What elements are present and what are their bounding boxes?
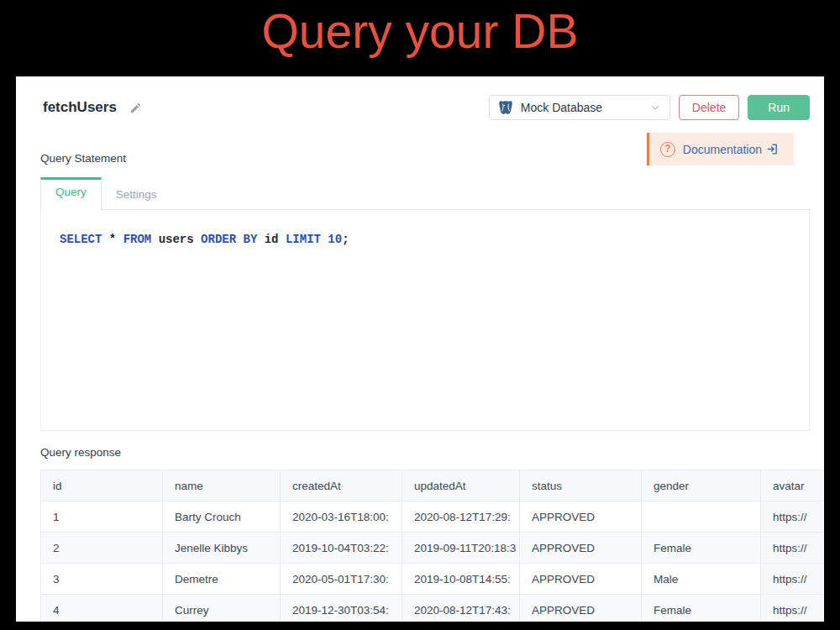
- table-cell: 2020-08-12T17:43:: [402, 595, 520, 622]
- table-cell: 2019-10-04T03:22:: [281, 533, 402, 564]
- table-cell: Jenelle Kibbys: [163, 533, 281, 564]
- sql-token: *: [102, 233, 123, 246]
- table-cell: Female: [642, 595, 761, 622]
- table-cell: Currey: [163, 595, 281, 622]
- column-header-avatar: avatar: [761, 470, 825, 501]
- sql-token: id: [265, 233, 279, 246]
- table-cell: https://: [761, 564, 825, 595]
- documentation-label: Documentation: [683, 143, 762, 156]
- question-circle-icon: ?: [660, 142, 675, 157]
- page-title: Query your DB: [0, 3, 840, 59]
- table-cell: Female: [642, 533, 761, 564]
- sql-token: 10: [328, 233, 342, 246]
- table-cell: 2020-03-16T18:00:: [281, 501, 402, 533]
- sql-token: users: [159, 233, 194, 246]
- table-cell: Barty Crouch: [163, 501, 281, 533]
- sql-editor[interactable]: SELECT * FROM users ORDER BY id LIMIT 10…: [40, 210, 810, 431]
- table-header-row: idnamecreatedAtupdatedAtstatusgenderavat…: [41, 470, 825, 501]
- query-name: fetchUsers: [43, 99, 117, 116]
- query-controls: Mock Database Delete Run: [489, 95, 810, 120]
- documentation-banner: ? Documentation: [647, 133, 794, 165]
- table-body: 1Barty Crouch2020-03-16T18:00:2020-08-12…: [41, 501, 825, 622]
- table-cell: Male: [642, 564, 761, 595]
- table-cell: https://: [761, 501, 825, 533]
- response-label: Query response: [40, 446, 810, 459]
- column-header-id: id: [41, 470, 163, 501]
- table-cell: 2020-05-01T17:30:: [281, 564, 402, 595]
- table-row: 2Jenelle Kibbys2019-10-04T03:22:2019-09-…: [41, 533, 825, 564]
- chevron-down-icon: [649, 102, 661, 113]
- table-cell: APPROVED: [520, 564, 642, 595]
- table-cell: Demetre: [163, 564, 281, 595]
- table-cell: 2019-09-11T20:18:3: [402, 533, 520, 564]
- table-row: 1Barty Crouch2020-03-16T18:00:2020-08-12…: [41, 501, 825, 533]
- table-row: 4Currey2019-12-30T03:54:2020-08-12T17:43…: [41, 595, 825, 622]
- sql-token: ;: [342, 233, 349, 246]
- sql-token: [236, 233, 243, 246]
- sql-token: [151, 233, 158, 246]
- query-header: fetchUsers Mock Database: [40, 94, 810, 121]
- column-header-createdAt: createdAt: [281, 470, 402, 501]
- tab-settings[interactable]: Settings: [102, 177, 171, 209]
- sql-token: FROM: [123, 233, 152, 246]
- sql-token: [194, 233, 201, 246]
- table-row: 3Demetre2020-05-01T17:30:2019-10-08T14:5…: [41, 564, 825, 595]
- open-doc-icon: [766, 143, 779, 155]
- table-cell: APPROVED: [520, 501, 642, 533]
- sql-token: LIMIT: [286, 233, 321, 246]
- run-button[interactable]: Run: [748, 95, 810, 120]
- sql-token: [257, 233, 264, 246]
- postgresql-icon: [498, 100, 513, 115]
- pencil-icon[interactable]: [129, 102, 142, 114]
- response-table-wrap: idnamecreatedAtupdatedAtstatusgenderavat…: [40, 470, 824, 622]
- table-cell: 3: [41, 564, 163, 595]
- sql-token: [279, 233, 286, 246]
- table-cell: https://: [761, 533, 825, 564]
- statement-label: Query Statement: [40, 152, 126, 165]
- table-cell: 2019-12-30T03:54:: [281, 595, 402, 622]
- documentation-link[interactable]: Documentation: [683, 143, 779, 156]
- sql-token: BY: [244, 233, 258, 246]
- table-cell: 1: [41, 501, 163, 533]
- column-header-status: status: [520, 470, 642, 501]
- table-cell: APPROVED: [520, 533, 642, 564]
- query-panel: fetchUsers Mock Database: [16, 76, 824, 622]
- table-cell: APPROVED: [520, 595, 642, 622]
- sql-line: SELECT * FROM users ORDER BY id LIMIT 10…: [60, 233, 809, 246]
- table-cell: [642, 501, 761, 533]
- table-cell: 2020-08-12T17:29:: [402, 501, 520, 533]
- response-table: idnamecreatedAtupdatedAtstatusgenderavat…: [40, 470, 824, 622]
- sql-token: SELECT: [60, 233, 102, 246]
- table-cell: 2: [41, 533, 163, 564]
- query-tabbar: QuerySettings: [40, 177, 810, 210]
- resource-select[interactable]: Mock Database: [489, 95, 670, 120]
- query-name-wrap: fetchUsers: [40, 99, 142, 116]
- resource-select-value: Mock Database: [521, 101, 642, 114]
- column-header-gender: gender: [642, 470, 761, 501]
- column-header-updatedAt: updatedAt: [402, 470, 520, 501]
- statement-row: Query Statement ? Documentation: [40, 133, 810, 165]
- delete-button[interactable]: Delete: [679, 95, 739, 120]
- sql-token: ORDER: [201, 233, 236, 246]
- tab-query[interactable]: Query: [40, 177, 102, 210]
- column-header-name: name: [163, 470, 281, 501]
- table-cell: 2019-10-08T14:55:: [402, 564, 520, 595]
- table-cell: https://: [761, 595, 825, 622]
- table-cell: 4: [41, 595, 163, 622]
